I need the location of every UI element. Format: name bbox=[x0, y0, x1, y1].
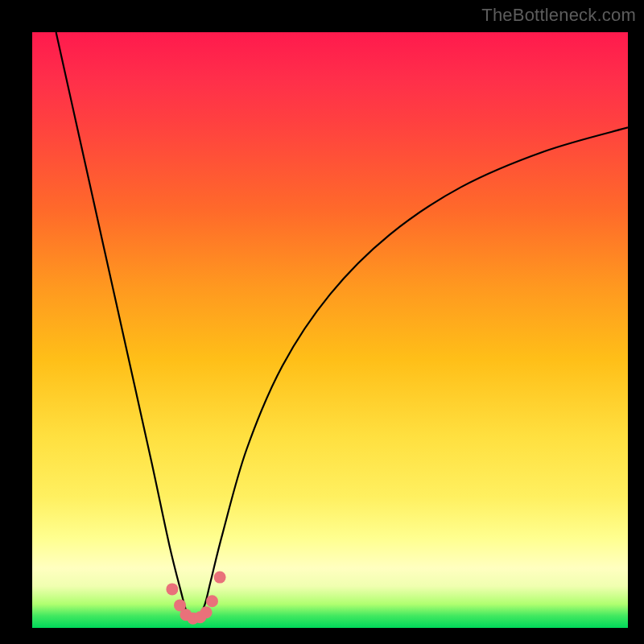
bottleneck-curve bbox=[56, 32, 628, 619]
marker-point bbox=[206, 595, 218, 607]
marker-point bbox=[214, 572, 226, 584]
chart-frame: TheBottleneck.com bbox=[0, 0, 644, 644]
marker-point bbox=[200, 606, 213, 618]
marker-group bbox=[166, 572, 225, 625]
curve-layer bbox=[32, 32, 628, 628]
curve-path-group bbox=[56, 32, 628, 619]
attribution-text: TheBottleneck.com bbox=[481, 5, 636, 26]
marker-point bbox=[166, 583, 178, 595]
plot-area bbox=[32, 32, 628, 628]
